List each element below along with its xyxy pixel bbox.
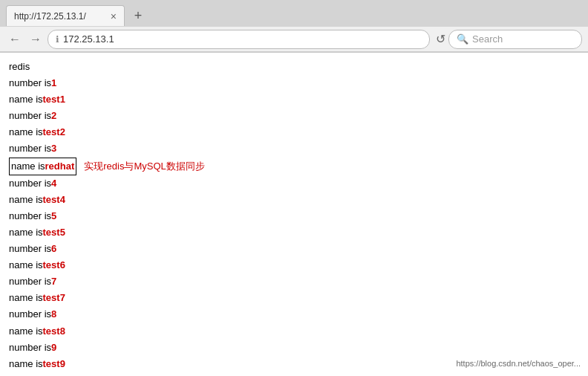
info-icon: ℹ <box>56 34 59 45</box>
tab-bar: http://172.25.13.1/ × + <box>0 0 588 27</box>
content-line: name is test2 <box>9 124 579 140</box>
page-title: redis <box>9 59 30 75</box>
search-icon: 🔍 <box>457 33 468 45</box>
address-bar[interactable]: ℹ 172.25.13.1 <box>48 30 430 49</box>
line-value: 7 <box>51 273 56 290</box>
line-prefix: number is <box>9 140 51 157</box>
content-lines: number is 1name is test1number is 2name … <box>9 75 579 372</box>
line-value: 6 <box>51 241 56 257</box>
page-content: redis number is 1name is test1number is … <box>0 53 588 376</box>
line-prefix: name is <box>9 224 43 241</box>
line-value: 8 <box>51 306 56 322</box>
line-prefix: number is <box>9 108 51 124</box>
line-prefix: number is <box>9 306 51 322</box>
content-line: name is test8 <box>9 323 579 340</box>
line-value: test2 <box>43 124 65 140</box>
line-value: test6 <box>43 257 65 273</box>
line-prefix: number is <box>9 241 51 257</box>
line-prefix: name is <box>11 158 45 175</box>
content-line: number is 4 <box>9 175 579 192</box>
line-value: redhat <box>45 158 75 175</box>
content-line: number is 6 <box>9 241 579 257</box>
line-value: test7 <box>43 290 65 306</box>
line-prefix: name is <box>9 290 43 306</box>
line-prefix: name is <box>9 257 43 273</box>
browser-tab[interactable]: http://172.25.13.1/ × <box>6 5 125 26</box>
line-prefix: name is <box>9 192 43 208</box>
line-value: 2 <box>51 108 56 124</box>
search-bar[interactable]: 🔍 Search <box>448 30 582 49</box>
line-prefix: number is <box>9 340 51 356</box>
content-line: name is test1 <box>9 91 579 108</box>
page-title-line: redis <box>9 59 579 75</box>
line-prefix: name is <box>9 323 43 340</box>
browser-chrome: http://172.25.13.1/ × + ← → ℹ 172.25.13.… <box>0 0 588 53</box>
line-value: 4 <box>51 175 56 192</box>
line-prefix: name is <box>9 356 43 372</box>
content-line: name is test6 <box>9 257 579 273</box>
line-value: 1 <box>51 75 56 91</box>
line-value: test1 <box>43 91 65 108</box>
address-text: 172.25.13.1 <box>63 33 422 45</box>
content-line: number is 2 <box>9 108 579 124</box>
content-line: number is 8 <box>9 306 579 322</box>
content-line: number is 5 <box>9 208 579 224</box>
line-value: 9 <box>51 340 56 356</box>
content-line: number is 7 <box>9 273 579 290</box>
new-tab-button[interactable]: + <box>129 7 147 25</box>
tab-close-button[interactable]: × <box>111 11 117 22</box>
line-prefix: name is <box>9 91 43 108</box>
line-value: test4 <box>43 192 65 208</box>
highlighted-line: name is redhat实现redis与MySQL数据同步 <box>9 158 579 175</box>
line-prefix: number is <box>9 208 51 224</box>
line-value: test8 <box>43 323 65 340</box>
content-line: number is 9 <box>9 340 579 356</box>
content-line: number is 1 <box>9 75 579 91</box>
annotation: 实现redis与MySQL数据同步 <box>84 158 205 175</box>
highlighted-box: name is redhat <box>9 158 76 175</box>
line-prefix: number is <box>9 175 51 192</box>
nav-bar: ← → ℹ 172.25.13.1 ↺ 🔍 Search <box>0 27 588 52</box>
search-placeholder: Search <box>472 33 503 45</box>
content-line: name is test4 <box>9 192 579 208</box>
forward-button[interactable]: → <box>27 30 45 48</box>
tab-title: http://172.25.13.1/ <box>14 11 105 22</box>
back-button[interactable]: ← <box>6 30 24 48</box>
line-value: 3 <box>51 140 56 157</box>
line-value: test5 <box>43 224 65 241</box>
content-line: name is test5 <box>9 224 579 241</box>
line-value: test9 <box>43 356 65 372</box>
line-value: 5 <box>51 208 56 224</box>
content-line: name is test7 <box>9 290 579 306</box>
watermark: https://blog.csdn.net/chaos_oper... <box>456 357 581 371</box>
line-prefix: number is <box>9 75 51 91</box>
content-line: number is 3 <box>9 140 579 157</box>
line-prefix: name is <box>9 124 43 140</box>
reload-button[interactable]: ↺ <box>436 32 445 46</box>
line-prefix: number is <box>9 273 51 290</box>
